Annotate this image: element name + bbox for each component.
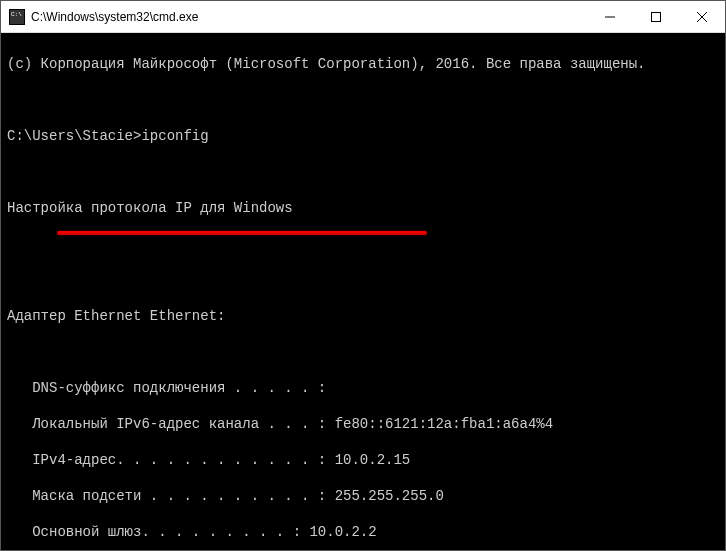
window-title: C:\Windows\system32\cmd.exe <box>31 10 587 24</box>
minimize-icon <box>605 12 615 22</box>
prompt-line: C:\Users\Stacie>ipconfig <box>7 127 719 145</box>
blank-line <box>7 163 719 181</box>
maximize-button[interactable] <box>633 1 679 33</box>
blank-line <box>7 271 719 289</box>
minimize-button[interactable] <box>587 1 633 33</box>
titlebar[interactable]: C:\Windows\system32\cmd.exe <box>1 1 725 33</box>
terminal-output[interactable]: (c) Корпорация Майкрософт (Microsoft Cor… <box>1 33 725 550</box>
ipv4-highlight-underline <box>57 231 427 235</box>
adapter-ethernet-gateway: Основной шлюз. . . . . . . . . : 10.0.2.… <box>7 523 719 541</box>
adapter-ethernet-ipv6local: Локальный IPv6-адрес канала . . . : fe80… <box>7 415 719 433</box>
maximize-icon <box>651 12 661 22</box>
ipconfig-heading: Настройка протокола IP для Windows <box>7 199 719 217</box>
copyright-line: (c) Корпорация Майкрософт (Microsoft Cor… <box>7 55 719 73</box>
close-icon <box>697 12 707 22</box>
cmd-window: C:\Windows\system32\cmd.exe (c) Корпорац… <box>0 0 726 551</box>
close-button[interactable] <box>679 1 725 33</box>
blank-line <box>7 343 719 361</box>
adapter-ethernet-mask: Маска подсети . . . . . . . . . . : 255.… <box>7 487 719 505</box>
cmd-icon <box>9 9 25 25</box>
adapter-ethernet-dns: DNS-суффикс подключения . . . . . : <box>7 379 719 397</box>
svg-rect-1 <box>652 12 661 21</box>
adapter-ethernet-ipv4: IPv4-адрес. . . . . . . . . . . . : 10.0… <box>7 451 719 469</box>
window-controls <box>587 1 725 33</box>
blank-line <box>7 91 719 109</box>
adapter-ethernet-title: Адаптер Ethernet Ethernet: <box>7 307 719 325</box>
blank-line <box>7 235 719 253</box>
